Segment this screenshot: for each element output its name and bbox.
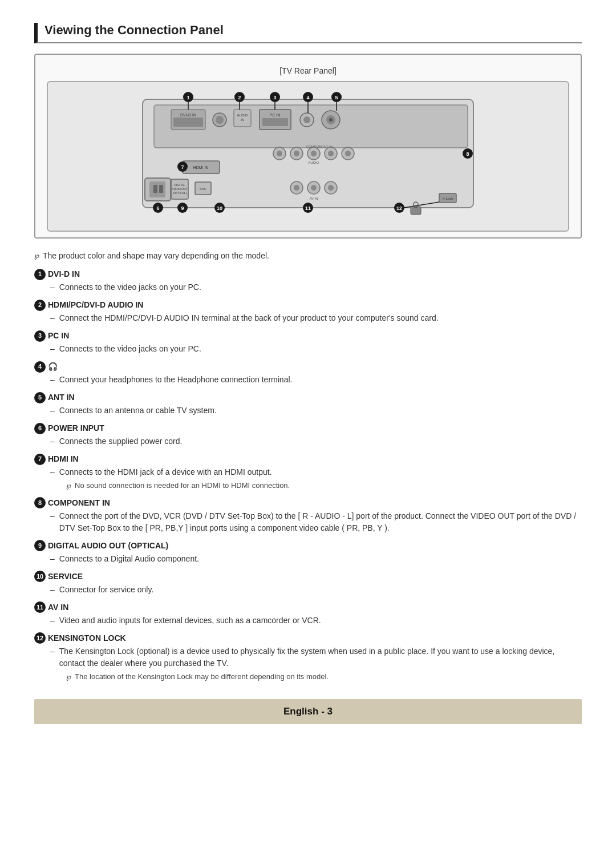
item-number: 5: [34, 392, 46, 403]
svg-point-22: [294, 151, 299, 156]
svg-rect-49: [153, 185, 157, 193]
svg-text:IN: IN: [241, 118, 244, 122]
svg-point-43: [328, 185, 334, 191]
items-list: 1DVI-D INConnects to the video jacks on …: [34, 268, 582, 682]
svg-text:6: 6: [156, 205, 159, 211]
item-header: 3PC IN: [34, 330, 582, 342]
svg-point-39: [294, 185, 299, 191]
note-icon: ℘: [66, 480, 71, 491]
svg-text:DVI-D IN: DVI-D IN: [180, 113, 196, 117]
item-header: 4🎧: [34, 361, 582, 373]
item-header: 9DIGITAL AUDIO OUT (OPTICAL): [34, 540, 582, 552]
svg-text:5: 5: [335, 95, 338, 100]
item-number: 9: [34, 540, 46, 551]
item-header: 6POWER INPUT: [34, 422, 582, 434]
svg-text:8: 8: [466, 151, 469, 157]
item-header: 12KENSINGTON LOCK: [34, 632, 582, 644]
list-item: 9DIGITAL AUDIO OUT (OPTICAL)Connects to …: [34, 540, 582, 565]
item-number: 10: [34, 571, 46, 582]
item-number: 6: [34, 423, 46, 434]
item-header: 7HDMI IN: [34, 453, 582, 465]
list-item: 7HDMI INConnects to the HDMI jack of a d…: [34, 453, 582, 491]
item-desc: Connects to the video jacks on your PC.: [34, 343, 582, 355]
item-label: AV IN: [48, 601, 68, 613]
item-label: 🎧: [48, 361, 58, 373]
item-header: 1DVI-D IN: [34, 268, 582, 280]
svg-rect-50: [159, 185, 163, 193]
svg-text:AV IN: AV IN: [309, 197, 318, 200]
list-item: 10SERVICEConnector for service only.: [34, 571, 582, 596]
desc-line: Connects to the video jacks on your PC.: [50, 343, 582, 355]
list-item: 1DVI-D INConnects to the video jacks on …: [34, 268, 582, 293]
note-icon: ℘: [34, 251, 39, 260]
item-number: 12: [34, 632, 46, 644]
item-number: 7: [34, 454, 46, 465]
list-item: 2HDMI/PC/DVI-D AUDIO INConnect the HDMI/…: [34, 299, 582, 324]
item-header: 11AV IN: [34, 601, 582, 613]
item-number: 11: [34, 601, 46, 613]
svg-text:12: 12: [396, 205, 402, 211]
item-label: DIGITAL AUDIO OUT (OPTICAL): [48, 540, 168, 552]
svg-text:3: 3: [273, 95, 276, 100]
svg-point-20: [277, 151, 282, 156]
list-item: 3PC INConnects to the video jacks on you…: [34, 330, 582, 355]
svg-point-6: [216, 116, 224, 124]
item-desc: Video and audio inputs for external devi…: [34, 615, 582, 627]
item-number: 2: [34, 300, 46, 311]
desc-line: Video and audio inputs for external devi…: [50, 615, 582, 627]
svg-rect-12: [262, 118, 288, 126]
list-item: 12KENSINGTON LOCKThe Kensington Lock (op…: [34, 632, 582, 683]
item-label: ANT IN: [48, 391, 75, 403]
item-desc: The Kensington Lock (optional) is a devi…: [34, 645, 582, 683]
svg-text:AUDIO OUT: AUDIO OUT: [172, 187, 188, 191]
desc-line: Connects to the HDMI jack of a device wi…: [50, 466, 582, 478]
item-label: HDMI IN: [48, 453, 79, 465]
item-desc: Connects to a Digital Audio component.: [34, 553, 582, 565]
desc-line: Connect the port of the DVD, VCR (DVD / …: [50, 510, 582, 534]
svg-rect-4: [173, 118, 203, 127]
svg-text:7: 7: [181, 164, 184, 170]
svg-text:11: 11: [305, 205, 311, 211]
svg-text:(OPTICAL): (OPTICAL): [173, 191, 187, 195]
item-label: COMPONENT IN: [48, 497, 110, 509]
svg-text:9: 9: [181, 205, 184, 211]
desc-line: Connects to a Digital Audio component.: [50, 553, 582, 565]
note-line: ℘ The location of the Kensington Lock ma…: [50, 671, 582, 683]
footer-bar: English - 3: [34, 699, 582, 724]
item-header: 8COMPONENT IN: [34, 497, 582, 509]
svg-text:- AUDIO -: - AUDIO -: [306, 161, 321, 164]
item-header: 10SERVICE: [34, 571, 582, 583]
item-label: HDMI/PC/DVI-D AUDIO IN: [48, 299, 143, 311]
item-desc: Connects to an antenna or cable TV syste…: [34, 405, 582, 417]
item-header: 5ANT IN: [34, 391, 582, 403]
list-item: 6POWER INPUTConnects the supplied power …: [34, 422, 582, 447]
item-desc: Connects to the HDMI jack of a device wi…: [34, 466, 582, 491]
footer-text: English - 3: [283, 706, 333, 717]
diagram-box: [TV Rear Panel] DVI-D IN: [34, 54, 582, 239]
item-desc: Connect the HDMI/PC/DVI-D AUDIO IN termi…: [34, 312, 582, 324]
desc-line: Connect your headphones to the Headphone…: [50, 374, 582, 386]
main-content: Viewing the Connection Panel [TV Rear Pa…: [34, 23, 582, 682]
svg-text:1: 1: [187, 95, 189, 100]
item-number: 4: [34, 361, 46, 373]
svg-text:10: 10: [217, 205, 222, 211]
svg-text:HDMI IN: HDMI IN: [193, 165, 209, 169]
desc-line: Connect the HDMI/PC/DVI-D AUDIO IN termi…: [50, 312, 582, 324]
item-desc: Connect the port of the DVD, VCR (DVD / …: [34, 510, 582, 534]
item-label: POWER INPUT: [48, 422, 104, 434]
svg-text:PC IN: PC IN: [270, 113, 281, 117]
svg-text:AUDIO: AUDIO: [237, 114, 248, 117]
item-desc: Connects to the video jacks on your PC.: [34, 281, 582, 293]
note-line: ℘ No sound connection is needed for an H…: [50, 480, 582, 491]
svg-point-26: [328, 151, 334, 156]
svg-text:SVC: SVC: [200, 187, 207, 191]
svg-point-41: [311, 185, 317, 191]
svg-text:DIGITAL: DIGITAL: [174, 183, 185, 187]
section-title: Viewing the Connection Panel: [34, 23, 582, 43]
item-label: KENSINGTON LOCK: [48, 632, 126, 644]
list-item: 11AV INVideo and audio inputs for extern…: [34, 601, 582, 627]
tv-panel-diagram: DVI-D IN AUDIO IN PC IN: [47, 81, 569, 232]
item-label: DVI-D IN: [48, 268, 80, 280]
desc-line: The Kensington Lock (optional) is a devi…: [50, 645, 582, 669]
svg-text:4: 4: [306, 95, 309, 100]
